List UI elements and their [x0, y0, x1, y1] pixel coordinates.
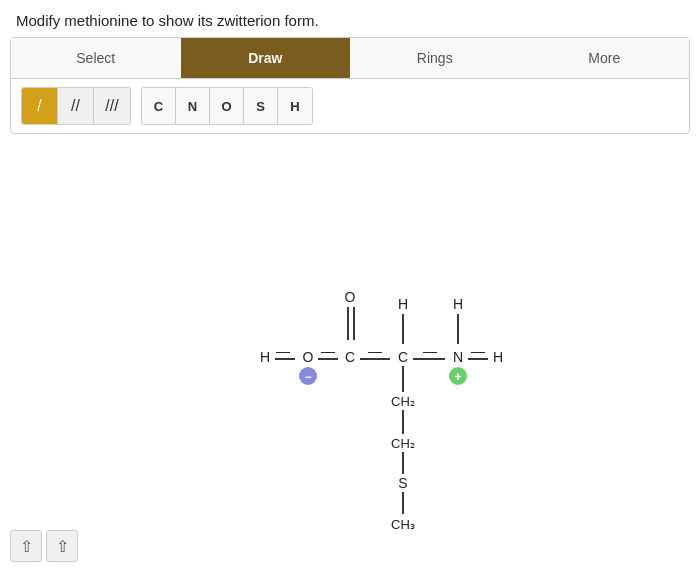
- svg-text:—: —: [471, 343, 485, 359]
- svg-text:H: H: [260, 349, 270, 365]
- molecule-svg: text { font-family: Arial, sans-serif; }…: [0, 144, 700, 564]
- redo-btn[interactable]: ⇧: [46, 530, 78, 562]
- svg-text:C: C: [345, 349, 355, 365]
- tab-select[interactable]: Select: [11, 38, 181, 78]
- svg-text:—: —: [423, 343, 437, 359]
- undo-btn[interactable]: ⇧: [10, 530, 42, 562]
- svg-text:+: +: [454, 370, 461, 384]
- single-bond-btn[interactable]: /: [22, 88, 58, 124]
- nitrogen-btn[interactable]: N: [176, 88, 210, 124]
- tools-row: / // /// C N O S H: [11, 79, 689, 133]
- bottom-controls: ⇧ ⇧: [10, 530, 78, 562]
- svg-text:H: H: [493, 349, 503, 365]
- svg-text:CH₂: CH₂: [391, 394, 415, 409]
- svg-text:−: −: [304, 370, 311, 384]
- molecule-area: text { font-family: Arial, sans-serif; }…: [0, 144, 700, 564]
- bond-group: / // ///: [21, 87, 131, 125]
- svg-text:C: C: [398, 349, 408, 365]
- toolbar-container: Select Draw Rings More / // /// C N O S …: [10, 37, 690, 134]
- tabs-row: Select Draw Rings More: [11, 38, 689, 79]
- svg-text:—: —: [368, 343, 382, 359]
- hydrogen-btn[interactable]: H: [278, 88, 312, 124]
- svg-text:—: —: [321, 343, 335, 359]
- svg-text:CH₃: CH₃: [391, 517, 415, 532]
- double-bond-btn[interactable]: //: [58, 88, 94, 124]
- triple-bond-btn[interactable]: ///: [94, 88, 130, 124]
- tab-draw[interactable]: Draw: [181, 38, 351, 78]
- svg-text:S: S: [398, 475, 407, 491]
- svg-text:—: —: [276, 343, 290, 359]
- sulfur-btn[interactable]: S: [244, 88, 278, 124]
- carbon-btn[interactable]: C: [142, 88, 176, 124]
- svg-text:O: O: [345, 289, 356, 305]
- atom-group: C N O S H: [141, 87, 313, 125]
- instruction: Modify methionine to show its zwitterion…: [0, 0, 700, 37]
- svg-text:H: H: [398, 296, 408, 312]
- tab-more[interactable]: More: [520, 38, 690, 78]
- tab-rings[interactable]: Rings: [350, 38, 520, 78]
- svg-text:CH₂: CH₂: [391, 436, 415, 451]
- svg-text:N: N: [453, 349, 463, 365]
- svg-text:H: H: [453, 296, 463, 312]
- svg-text:O: O: [303, 349, 314, 365]
- oxygen-btn[interactable]: O: [210, 88, 244, 124]
